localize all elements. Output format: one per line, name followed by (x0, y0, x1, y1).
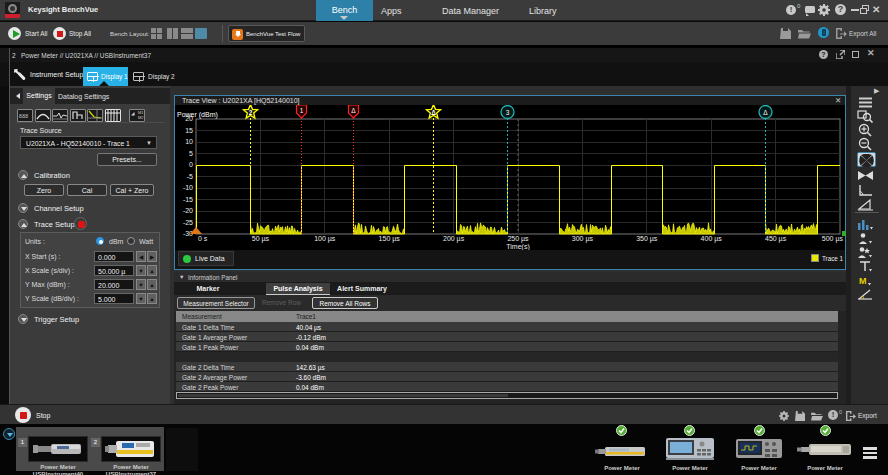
svg-text:Δ: Δ (431, 109, 436, 116)
svg-text:50 µs: 50 µs (252, 235, 270, 243)
svg-text:200 µs: 200 µs (443, 235, 465, 243)
svg-text:450 µs: 450 µs (765, 235, 787, 243)
svg-text:Δ: Δ (351, 107, 356, 114)
svg-text:2: 2 (249, 109, 253, 116)
svg-text:0: 0 (189, 161, 193, 168)
svg-text:10: 10 (185, 138, 193, 145)
svg-text:20: 20 (185, 115, 193, 122)
svg-text:500 µs: 500 µs (822, 235, 844, 243)
svg-text:-20: -20 (183, 207, 193, 214)
svg-text:3: 3 (506, 109, 510, 116)
svg-text:300 µs: 300 µs (572, 235, 594, 243)
svg-text:250 µs: 250 µs (507, 235, 529, 243)
svg-text:M: M (859, 276, 867, 286)
svg-text:-25: -25 (183, 219, 193, 226)
svg-text:5: 5 (189, 150, 193, 157)
svg-text:-10: -10 (183, 184, 193, 191)
svg-text:0 s: 0 s (198, 235, 208, 242)
svg-text:350 µs: 350 µs (636, 235, 658, 243)
svg-text:15: 15 (185, 127, 193, 134)
svg-text:-15: -15 (183, 196, 193, 203)
svg-text:Δ: Δ (763, 109, 768, 116)
svg-text:1: 1 (300, 107, 304, 114)
svg-text:400 µs: 400 µs (701, 235, 723, 243)
svg-text:100 µs: 100 µs (314, 235, 336, 243)
svg-text:Power (dBm): Power (dBm) (177, 111, 218, 119)
svg-text:-5: -5 (187, 173, 193, 180)
svg-text:150 µs: 150 µs (379, 235, 401, 243)
